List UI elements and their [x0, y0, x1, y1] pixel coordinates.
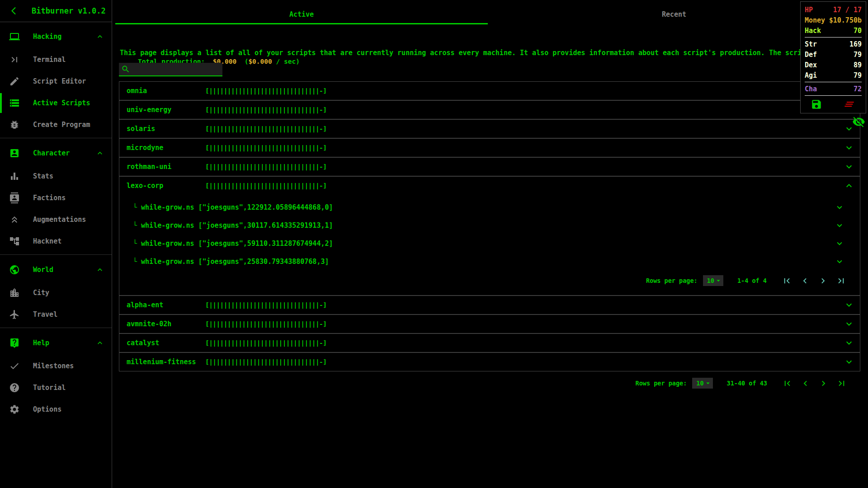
expand-server-button[interactable] [844, 357, 854, 367]
server-accordion: solaris [||||||||||||||||||||||||||||||-… [119, 120, 860, 139]
server-ram-bar: [||||||||||||||||||||||||||||||-] [205, 301, 326, 309]
sidebar-item-travel[interactable]: Travel [0, 304, 112, 325]
sidebar-item-hacknet[interactable]: Hacknet [0, 230, 112, 252]
sidebar-item-active-scripts[interactable]: Active Scripts [0, 92, 112, 114]
server-row-univ-energy[interactable]: univ-energy [|||||||||||||||||||||||||||… [119, 101, 860, 119]
server-row-omnia[interactable]: omnia [||||||||||||||||||||||||||||||-] [119, 82, 860, 100]
script-label: └ while-grow.ns ["joesguns",25830.793438… [133, 258, 329, 266]
stat-label: Str [805, 40, 817, 48]
sidebar-item-augmentations[interactable]: Augmentations [0, 209, 112, 230]
rows-per-page-select[interactable]: 10 [692, 378, 712, 389]
sidebar-item-tutorial[interactable]: Tutorial [0, 377, 112, 399]
save-icon[interactable] [811, 99, 822, 110]
last-page-button[interactable] [836, 378, 847, 389]
sidebar-section-label: World [33, 266, 53, 274]
pagination-range: 1-4 of 4 [737, 277, 767, 284]
expand-script-button[interactable] [835, 257, 844, 267]
script-label: └ while-grow.ns ["joesguns",122912.05896… [133, 203, 333, 211]
expand-server-button[interactable] [844, 300, 854, 310]
server-row-alpha-ent[interactable]: alpha-ent [|||||||||||||||||||||||||||||… [119, 296, 860, 314]
script-row[interactable]: └ while-grow.ns ["joesguns",59110.311287… [119, 235, 860, 253]
server-row-lexo-corp[interactable]: lexo-corp [|||||||||||||||||||||||||||||… [119, 177, 860, 195]
checkmark-icon [9, 361, 20, 371]
server-accordion-expanded: lexo-corp [|||||||||||||||||||||||||||||… [119, 177, 860, 296]
terminal-icon [9, 54, 20, 65]
script-args: ["joesguns",59110.311287674944,2] [194, 239, 333, 248]
laptop-icon [9, 31, 20, 42]
sidebar-section-character[interactable]: Character [0, 141, 112, 165]
expand-script-button[interactable] [835, 221, 844, 230]
expand-server-button[interactable] [844, 142, 854, 153]
first-page-button[interactable] [782, 276, 792, 286]
sidebar-item-factions[interactable]: Factions [0, 187, 112, 209]
globe-icon [9, 264, 20, 275]
bug-icon [9, 119, 20, 130]
server-row-rothman-uni[interactable]: rothman-uni [|||||||||||||||||||||||||||… [119, 158, 860, 176]
previous-page-button[interactable] [800, 276, 810, 286]
chevron-up-icon [95, 338, 104, 347]
sidebar-item-city[interactable]: City [0, 282, 112, 304]
dropdown-caret-icon [714, 277, 722, 285]
stat-row-hack: Hack 70 [801, 25, 866, 36]
server-name: microdyne [127, 144, 163, 152]
collapse-server-button[interactable] [844, 180, 854, 191]
sidebar-section-hacking[interactable]: Hacking [0, 24, 112, 49]
server-row-catalyst[interactable]: catalyst [||||||||||||||||||||||||||||||… [119, 334, 860, 352]
sidebar-item-milestones[interactable]: Milestones [0, 355, 112, 377]
server-accordion-list: omnia [||||||||||||||||||||||||||||||-] … [119, 81, 860, 371]
script-row[interactable]: └ while-grow.ns ["joesguns",25830.793438… [119, 253, 860, 271]
rows-per-page-label: Rows per page: [646, 277, 698, 284]
rate-suffix: / sec) [272, 58, 300, 65]
next-page-button[interactable] [818, 276, 828, 286]
previous-page-button[interactable] [800, 378, 811, 389]
sidebar-section-world[interactable]: World [0, 257, 112, 282]
server-accordion: microdyne [|||||||||||||||||||||||||||||… [119, 139, 860, 158]
expand-server-button[interactable] [844, 338, 854, 348]
search-input[interactable] [130, 66, 222, 73]
next-page-button[interactable] [818, 378, 829, 389]
sidebar-item-terminal[interactable]: Terminal [0, 49, 112, 70]
first-page-button[interactable] [782, 378, 793, 389]
pagination-range: 31-40 of 43 [727, 380, 767, 387]
overview-divider [805, 37, 862, 38]
tab-active[interactable]: Active [115, 5, 488, 23]
server-row-microdyne[interactable]: microdyne [|||||||||||||||||||||||||||||… [119, 139, 860, 157]
expand-script-button[interactable] [835, 239, 844, 249]
expand-script-button[interactable] [835, 202, 844, 212]
stat-value: 79 [854, 71, 862, 80]
stat-row-def: Def 79 [801, 49, 866, 60]
server-ram-bar: [||||||||||||||||||||||||||||||-] [205, 144, 326, 151]
server-row-millenium-fitness[interactable]: millenium-fitness [|||||||||||||||||||||… [119, 353, 860, 371]
sidebar-item-options[interactable]: Options [0, 399, 112, 420]
chevron-right-icon [818, 378, 829, 389]
server-row-avmnite-02h[interactable]: avmnite-02h [|||||||||||||||||||||||||||… [119, 315, 860, 333]
stat-value: $10.750b [829, 16, 862, 24]
chevron-down-icon [835, 257, 844, 267]
sidebar-section-label: Hacking [33, 33, 61, 41]
clear-all-icon[interactable] [843, 98, 855, 110]
sidebar-item-create-program[interactable]: Create Program [0, 114, 112, 136]
rows-per-page-select[interactable]: 10 [703, 275, 723, 286]
sidebar-item-label: Active Scripts [33, 99, 90, 107]
sidebar-section-help[interactable]: Help [0, 330, 112, 355]
account-tree-icon [9, 236, 20, 247]
collapse-sidebar-icon[interactable] [9, 6, 18, 15]
stat-label: Money [805, 16, 825, 24]
script-row[interactable]: └ while-grow.ns ["joesguns",30117.614335… [119, 216, 860, 235]
chevron-down-icon [844, 338, 854, 348]
gear-icon [9, 404, 20, 415]
script-row[interactable]: └ while-grow.ns ["joesguns",122912.05896… [119, 198, 860, 216]
search-icon [121, 65, 130, 74]
expand-server-button[interactable] [844, 161, 854, 172]
sidebar-item-label: Script Editor [33, 77, 86, 85]
sidebar-item-stats[interactable]: Stats [0, 165, 112, 187]
visibility-off-icon[interactable] [852, 115, 865, 128]
expand-server-button[interactable] [844, 319, 854, 329]
server-ram-bar: [||||||||||||||||||||||||||||||-] [205, 106, 326, 113]
stat-row-str: Str 169 [801, 39, 866, 49]
server-row-solaris[interactable]: solaris [||||||||||||||||||||||||||||||-… [119, 120, 860, 138]
stat-label: Agi [805, 71, 817, 80]
sidebar-item-script-editor[interactable]: Script Editor [0, 70, 112, 92]
stat-label: Dex [805, 61, 817, 69]
last-page-button[interactable] [836, 276, 846, 286]
